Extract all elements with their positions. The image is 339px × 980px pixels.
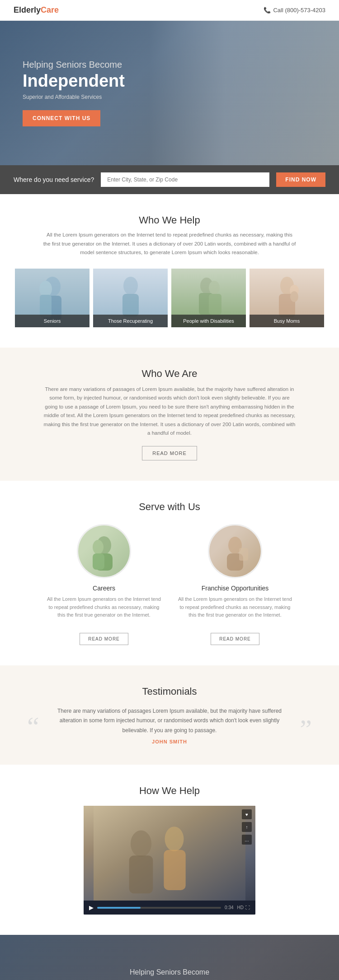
serve-card-franchise: Franchise Opportunities All the Lorem Ip… (176, 524, 294, 645)
search-bar: Where do you need service? FIND NOW (0, 165, 339, 194)
testimonial-author: JOHN SMITH (46, 739, 293, 744)
quote-mark-left: “ (27, 715, 39, 737)
svg-rect-23 (129, 856, 153, 894)
recuperating-label: Those Recuperating (93, 315, 168, 327)
careers-circle (77, 524, 131, 578)
svg-point-4 (123, 277, 138, 295)
serve-with-us-section: Serve with Us Careers All the Lorem Ipsu… (0, 481, 339, 665)
disabilities-label: People with Disabilities (171, 315, 246, 327)
franchise-text: All the Lorem Ipsum generators on the In… (176, 595, 294, 619)
video-extra-icons: HD ⛶ (237, 905, 250, 910)
svg-rect-25 (164, 850, 185, 890)
testimonial-quote: There are many variations of passages Lo… (46, 706, 293, 736)
careers-read-more-button[interactable]: READ MORE (80, 633, 128, 645)
testimonials-section: Testimonials “ There are many variations… (0, 665, 339, 765)
search-label: Where do you need service? (14, 176, 94, 183)
testimonial-body: “ There are many variations of passages … (27, 706, 312, 745)
who-help-text: All the Lorem Ipsum generators on the In… (43, 231, 296, 257)
video-side-icon-more: … (242, 835, 252, 845)
help-cards-grid: Seniors Those Recuperating People with (14, 269, 325, 327)
who-help-title: Who We Help (14, 214, 325, 226)
svg-rect-9 (209, 294, 221, 315)
help-card-recuperating[interactable]: Those Recuperating (93, 269, 168, 327)
careers-title: Careers (45, 585, 163, 592)
who-we-help-section: Who We Help All the Lorem Ipsum generato… (0, 194, 339, 348)
svg-point-8 (209, 281, 220, 294)
phone-number[interactable]: 📞 Call (800)-573-4203 (264, 7, 325, 14)
testimonials-title: Testimonials (27, 686, 312, 697)
seniors-label: Seniors (15, 315, 89, 327)
help-card-seniors[interactable]: Seniors (15, 269, 89, 327)
who-we-are-section: Who We Are There are many variations of … (0, 348, 339, 481)
who-are-read-more-button[interactable]: READ MORE (142, 446, 197, 460)
svg-point-2 (39, 281, 52, 297)
testimonial-content: There are many variations of passages Lo… (46, 706, 293, 745)
hero-background-image (149, 21, 339, 165)
search-input[interactable] (101, 172, 269, 187)
video-time: 0:34 (225, 905, 233, 910)
help-card-disabilities[interactable]: People with Disabilities (171, 269, 246, 327)
quote-mark-right: ” (300, 718, 312, 740)
svg-point-13 (290, 291, 298, 302)
fullscreen-icon[interactable]: ⛶ (245, 905, 250, 910)
svg-rect-5 (122, 294, 139, 316)
video-side-icons: ♥ ↑ … (242, 809, 252, 845)
serve-cards-grid: Careers All the Lorem Ipsum generators o… (23, 524, 316, 645)
how-help-title: How We Help (23, 785, 316, 797)
progress-bar[interactable] (97, 907, 221, 909)
find-button[interactable]: FIND NOW (276, 172, 325, 187)
phone-icon: 📞 (264, 7, 271, 14)
svg-rect-17 (93, 553, 104, 570)
logo-text: ElderlyCare (14, 5, 59, 14)
svg-point-24 (165, 827, 184, 852)
serve-title: Serve with Us (23, 501, 316, 513)
hd-badge: HD (237, 905, 244, 910)
franchise-read-more-button[interactable]: READ MORE (211, 633, 259, 645)
svg-point-16 (93, 540, 104, 554)
svg-rect-3 (40, 295, 52, 317)
progress-fill (97, 907, 141, 909)
careers-text: All the Lorem Ipsum generators on the In… (45, 595, 163, 619)
footer-hero-section: Helping Seniors Become Independent Super… (0, 935, 339, 980)
hero-section: Helping Seniors Become Independent Super… (0, 21, 339, 165)
play-button[interactable]: ▶ (89, 904, 94, 911)
serve-card-careers: Careers All the Lorem Ipsum generators o… (45, 524, 163, 645)
help-card-busymoms[interactable]: Busy Moms (250, 269, 324, 327)
svg-rect-20 (239, 548, 248, 561)
hero-cta-button[interactable]: CONNECT WITH US (23, 110, 100, 126)
video-container: ♥ ↑ … ▶ 0:34 HD ⛶ (84, 806, 255, 915)
logo[interactable]: ElderlyCare (14, 5, 59, 15)
who-are-title: Who We Are (23, 368, 316, 380)
video-controls[interactable]: ▶ 0:34 HD ⛶ (84, 901, 255, 915)
how-we-help-section: How We Help ♥ (0, 765, 339, 935)
video-side-icon-heart: ♥ (242, 809, 252, 819)
who-are-text: There are many variations of passages of… (43, 385, 296, 438)
video-side-icon-share: ↑ (242, 822, 252, 832)
video-thumbnail: ♥ ↑ … (84, 806, 255, 901)
svg-point-22 (131, 831, 151, 857)
franchise-title: Franchise Opportunities (176, 585, 294, 592)
footer-hero-subtitle: Helping Seniors Become (130, 968, 209, 976)
site-header: ElderlyCare 📞 Call (800)-573-4203 (0, 0, 339, 21)
footer-hero-title: Independent (129, 978, 210, 980)
busymoms-label: Busy Moms (250, 315, 324, 327)
franchise-circle (208, 524, 262, 578)
